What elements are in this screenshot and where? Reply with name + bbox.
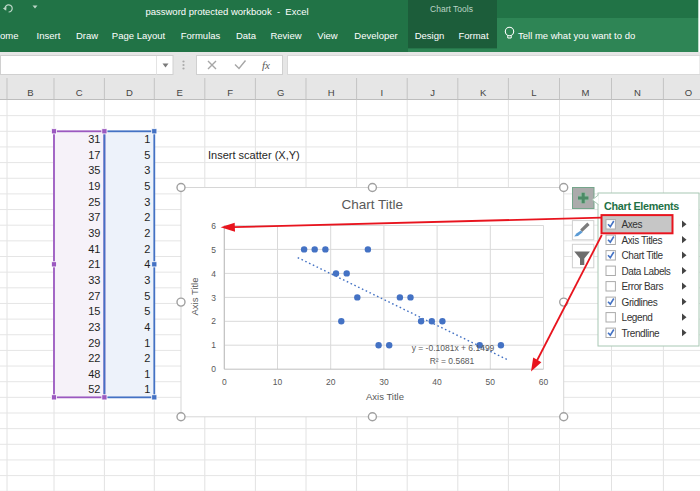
svg-text:N: N bbox=[634, 87, 641, 98]
svg-text:5: 5 bbox=[144, 305, 150, 317]
svg-text:Legend: Legend bbox=[622, 312, 653, 323]
svg-text:Review: Review bbox=[270, 30, 301, 41]
svg-text:31: 31 bbox=[88, 133, 100, 145]
svg-text:37: 37 bbox=[88, 211, 100, 223]
svg-text:Axis Title: Axis Title bbox=[189, 277, 200, 315]
svg-text:fx: fx bbox=[262, 59, 270, 71]
svg-text:5: 5 bbox=[144, 149, 150, 161]
svg-text:C: C bbox=[76, 87, 83, 98]
svg-text:48: 48 bbox=[88, 368, 100, 380]
svg-text:52: 52 bbox=[88, 383, 100, 395]
svg-text:20: 20 bbox=[326, 377, 336, 387]
svg-text:Chart Elements: Chart Elements bbox=[604, 200, 679, 212]
svg-text:10: 10 bbox=[273, 377, 283, 387]
svg-text:G: G bbox=[277, 87, 284, 98]
svg-text:25: 25 bbox=[88, 196, 100, 208]
svg-text:5: 5 bbox=[211, 245, 216, 255]
svg-text:Page Layout: Page Layout bbox=[112, 30, 166, 41]
svg-text:3: 3 bbox=[144, 196, 150, 208]
svg-text:1: 1 bbox=[144, 368, 150, 380]
svg-text:Insert scatter (X,Y): Insert scatter (X,Y) bbox=[208, 149, 300, 161]
svg-text:5: 5 bbox=[144, 290, 150, 302]
svg-text:17: 17 bbox=[88, 149, 100, 161]
svg-text:Formulas: Formulas bbox=[181, 30, 221, 41]
svg-text:E: E bbox=[176, 87, 182, 98]
svg-text:5: 5 bbox=[144, 180, 150, 192]
svg-text:41: 41 bbox=[88, 243, 100, 255]
svg-text:Tell me what you want to do: Tell me what you want to do bbox=[518, 30, 635, 41]
svg-text:2: 2 bbox=[144, 352, 150, 364]
svg-text:39: 39 bbox=[88, 227, 100, 239]
svg-text:1: 1 bbox=[144, 337, 150, 349]
svg-text:y = -0.1081x + 6.1499: y = -0.1081x + 6.1499 bbox=[412, 343, 495, 353]
svg-text:35: 35 bbox=[88, 164, 100, 176]
svg-text:2: 2 bbox=[211, 316, 216, 326]
svg-text:30: 30 bbox=[379, 377, 389, 387]
svg-text:ome: ome bbox=[0, 30, 18, 41]
svg-text:Chart Tools: Chart Tools bbox=[430, 4, 473, 14]
svg-text:D: D bbox=[126, 87, 133, 98]
svg-text:Design: Design bbox=[415, 30, 445, 41]
svg-text:Developer: Developer bbox=[354, 30, 397, 41]
svg-text:4: 4 bbox=[211, 269, 216, 279]
svg-text:1: 1 bbox=[211, 340, 216, 350]
svg-text:K: K bbox=[480, 87, 487, 98]
svg-text:Axes: Axes bbox=[622, 219, 643, 230]
svg-text:4: 4 bbox=[144, 321, 150, 333]
svg-text:3: 3 bbox=[211, 293, 216, 303]
svg-text:View: View bbox=[317, 30, 338, 41]
svg-text:Draw: Draw bbox=[76, 30, 98, 41]
svg-text:33: 33 bbox=[88, 274, 100, 286]
svg-text:1: 1 bbox=[144, 133, 150, 145]
svg-text:Insert: Insert bbox=[37, 30, 61, 41]
svg-text:J: J bbox=[430, 87, 435, 98]
svg-text:22: 22 bbox=[88, 352, 100, 364]
svg-text:0: 0 bbox=[211, 364, 216, 374]
svg-text:2: 2 bbox=[144, 243, 150, 255]
svg-text:O: O bbox=[685, 87, 692, 98]
svg-text:3: 3 bbox=[144, 164, 150, 176]
svg-text:Gridlines: Gridlines bbox=[622, 297, 658, 308]
svg-text:2: 2 bbox=[144, 211, 150, 223]
svg-text:H: H bbox=[328, 87, 335, 98]
svg-text:Axis Title: Axis Title bbox=[366, 391, 404, 402]
svg-text:Chart Title: Chart Title bbox=[341, 197, 403, 212]
svg-text:password protected workbook -: password protected workbook - Excel bbox=[145, 6, 308, 17]
svg-text:60: 60 bbox=[539, 377, 549, 387]
svg-text:I: I bbox=[381, 87, 384, 98]
svg-text:Trendline: Trendline bbox=[622, 328, 661, 339]
svg-text:19: 19 bbox=[88, 180, 100, 192]
svg-text:Axis Titles: Axis Titles bbox=[622, 235, 663, 246]
svg-text:Format: Format bbox=[458, 30, 488, 41]
svg-text:29: 29 bbox=[88, 337, 100, 349]
svg-text:15: 15 bbox=[88, 305, 100, 317]
svg-text:M: M bbox=[582, 87, 590, 98]
svg-text:Data: Data bbox=[236, 30, 257, 41]
svg-text:21: 21 bbox=[88, 258, 100, 270]
svg-text:3: 3 bbox=[144, 274, 150, 286]
svg-text:Error Bars: Error Bars bbox=[622, 281, 664, 292]
svg-text:Data Labels: Data Labels bbox=[622, 266, 671, 277]
svg-text:2: 2 bbox=[144, 227, 150, 239]
svg-text:40: 40 bbox=[432, 377, 442, 387]
svg-text:F: F bbox=[227, 87, 233, 98]
svg-text:27: 27 bbox=[88, 290, 100, 302]
svg-text:50: 50 bbox=[486, 377, 496, 387]
svg-text:R² = 0.5681: R² = 0.5681 bbox=[430, 356, 475, 366]
svg-text:B: B bbox=[27, 87, 33, 98]
svg-text:L: L bbox=[531, 87, 536, 98]
svg-text:6: 6 bbox=[211, 221, 216, 231]
svg-text:23: 23 bbox=[88, 321, 100, 333]
svg-text:Chart Title: Chart Title bbox=[622, 250, 664, 261]
svg-text:0: 0 bbox=[222, 377, 227, 387]
svg-text:1: 1 bbox=[144, 383, 150, 395]
svg-text:4: 4 bbox=[144, 258, 150, 270]
